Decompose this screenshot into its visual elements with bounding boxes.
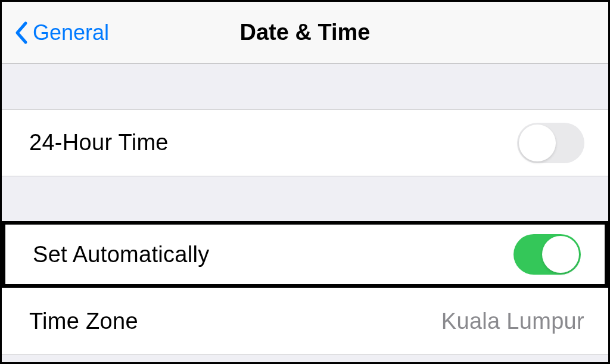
auto-time-section: Set Automatically Time Zone Kuala Lumpur	[2, 222, 608, 355]
navigation-header: General Date & Time	[2, 2, 608, 64]
time-zone-row[interactable]: Time Zone Kuala Lumpur	[2, 288, 608, 355]
twenty-four-hour-row[interactable]: 24-Hour Time	[2, 109, 608, 176]
time-zone-value: Kuala Lumpur	[441, 309, 584, 334]
back-label: General	[33, 20, 109, 45]
section-spacer	[2, 64, 608, 109]
set-automatically-label: Set Automatically	[33, 242, 210, 267]
back-button[interactable]: General	[14, 20, 109, 45]
twenty-four-hour-toggle[interactable]	[517, 123, 584, 163]
chevron-left-icon	[14, 21, 28, 45]
settings-screen: General Date & Time 24-Hour Time Set Aut…	[0, 0, 610, 364]
set-automatically-toggle[interactable]	[513, 234, 581, 275]
toggle-knob	[542, 236, 579, 273]
set-automatically-row[interactable]: Set Automatically	[5, 225, 605, 284]
toggle-knob	[519, 125, 556, 161]
set-automatically-highlight: Set Automatically	[2, 221, 608, 288]
time-zone-label: Time Zone	[29, 309, 138, 334]
twenty-four-hour-label: 24-Hour Time	[29, 130, 169, 155]
page-title: Date & Time	[240, 20, 371, 45]
section-spacer	[2, 176, 608, 222]
